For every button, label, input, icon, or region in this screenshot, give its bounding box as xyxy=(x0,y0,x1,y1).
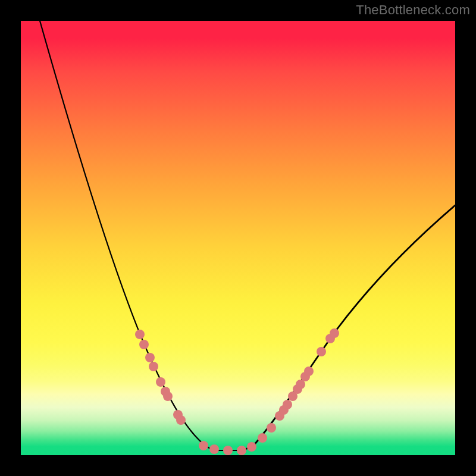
dots-left-dot xyxy=(223,446,233,455)
right-curve xyxy=(242,205,455,450)
dots-left-dot xyxy=(199,441,208,450)
dots-right-dot xyxy=(237,446,246,455)
dots-left-group xyxy=(135,330,233,455)
plot-area xyxy=(21,21,455,455)
dots-left-dot xyxy=(135,330,145,339)
dots-right-dot xyxy=(304,367,314,376)
dots-right-dot xyxy=(283,400,292,409)
dots-left-dot xyxy=(209,444,219,454)
dots-left-dot xyxy=(145,353,155,362)
dots-left-dot xyxy=(149,362,158,371)
dots-right-dot xyxy=(330,328,339,338)
dots-right-dot xyxy=(267,423,276,433)
chart-frame: TheBottleneck.com xyxy=(0,0,476,476)
dots-left-dot xyxy=(156,377,165,387)
dots-right-dot xyxy=(258,433,267,443)
dots-left-dot xyxy=(139,340,149,349)
left-curve xyxy=(40,21,217,450)
watermark-text: TheBottleneck.com xyxy=(356,2,470,18)
dots-right-dot xyxy=(317,347,326,356)
dots-right-dot xyxy=(247,442,256,452)
dots-left-dot xyxy=(176,415,186,425)
dots-left-dot xyxy=(163,392,173,401)
plot-svg xyxy=(21,21,455,455)
